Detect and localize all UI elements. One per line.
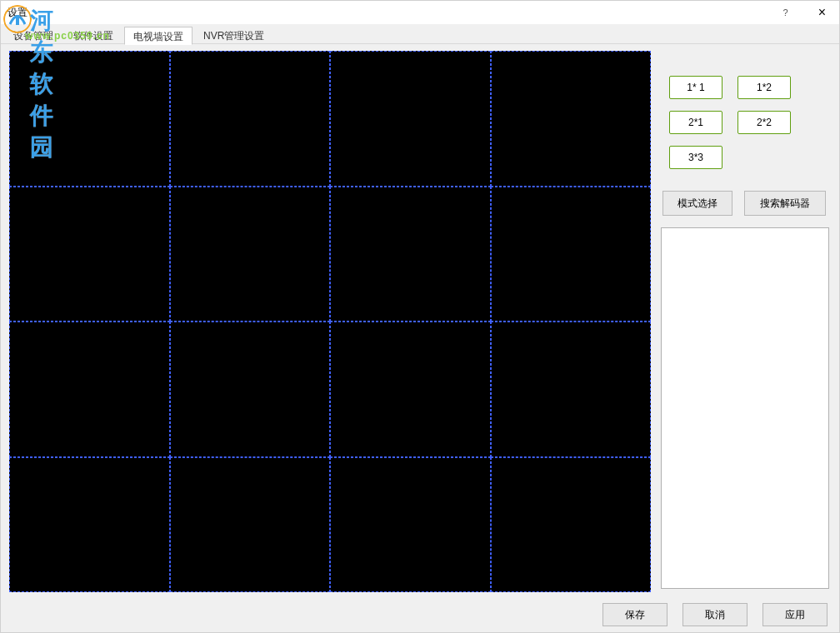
bottom-bar: 保存 取消 应用	[1, 597, 839, 632]
search-decoder-button[interactable]: 搜索解码器	[744, 191, 826, 216]
tab-nvr-mgmt[interactable]: NVR管理设置	[194, 26, 273, 44]
apply-button[interactable]: 应用	[762, 603, 828, 626]
grid-cell[interactable]	[330, 457, 491, 593]
cancel-button[interactable]: 取消	[682, 603, 748, 626]
grid-cell[interactable]	[330, 321, 491, 457]
grid-cell[interactable]	[9, 321, 170, 457]
video-wall-grid[interactable]	[9, 51, 651, 592]
window-title: 设置	[4, 6, 28, 20]
layout-3x3-button[interactable]: 3*3	[669, 146, 722, 169]
grid-cell[interactable]	[491, 457, 652, 593]
close-icon[interactable]: ×	[808, 2, 836, 23]
tab-device-mgmt[interactable]: 设备管理	[4, 26, 62, 44]
tab-tvwall-settings[interactable]: 电视墙设置	[124, 27, 192, 45]
layout-2x2-button[interactable]: 2*2	[738, 111, 791, 134]
grid-cell[interactable]	[170, 457, 331, 593]
save-button[interactable]: 保存	[602, 603, 668, 626]
grid-cell[interactable]	[170, 321, 331, 457]
grid-cell[interactable]	[9, 187, 170, 322]
mode-row: 模式选择 搜索解码器	[661, 191, 831, 216]
tab-software-settings[interactable]: 软件设置	[64, 26, 122, 44]
side-panel: 1* 1 1*2 2*1 2*2 3*3 模式选择 搜索解码器	[661, 51, 831, 594]
titlebar-controls: ? ×	[778, 2, 836, 23]
grid-cell[interactable]	[330, 51, 491, 187]
help-icon[interactable]: ?	[778, 4, 793, 21]
grid-cell[interactable]	[491, 321, 652, 457]
titlebar: 设置 ? ×	[1, 1, 839, 24]
grid-cell[interactable]	[9, 457, 170, 593]
layout-1x1-button[interactable]: 1* 1	[669, 76, 722, 99]
decoder-list[interactable]	[661, 227, 829, 589]
grid-cell[interactable]	[170, 187, 331, 322]
content-area: 1* 1 1*2 2*1 2*2 3*3 模式选择 搜索解码器	[1, 44, 839, 597]
mode-select-button[interactable]: 模式选择	[662, 191, 732, 216]
layout-button-group: 1* 1 1*2 2*1 2*2 3*3	[661, 76, 831, 169]
tab-bar: 设备管理 软件设置 电视墙设置 NVR管理设置	[1, 24, 839, 44]
grid-cell[interactable]	[330, 187, 491, 322]
layout-1x2-button[interactable]: 1*2	[738, 76, 791, 99]
layout-2x1-button[interactable]: 2*1	[669, 111, 722, 134]
grid-cell[interactable]	[491, 51, 652, 187]
grid-cell[interactable]	[9, 51, 170, 187]
settings-window: 河东软件园 www.pc0359.cn 设置 ? × 设备管理 软件设置 电视墙…	[0, 0, 840, 633]
grid-cell[interactable]	[491, 187, 652, 322]
grid-cell[interactable]	[170, 51, 331, 187]
